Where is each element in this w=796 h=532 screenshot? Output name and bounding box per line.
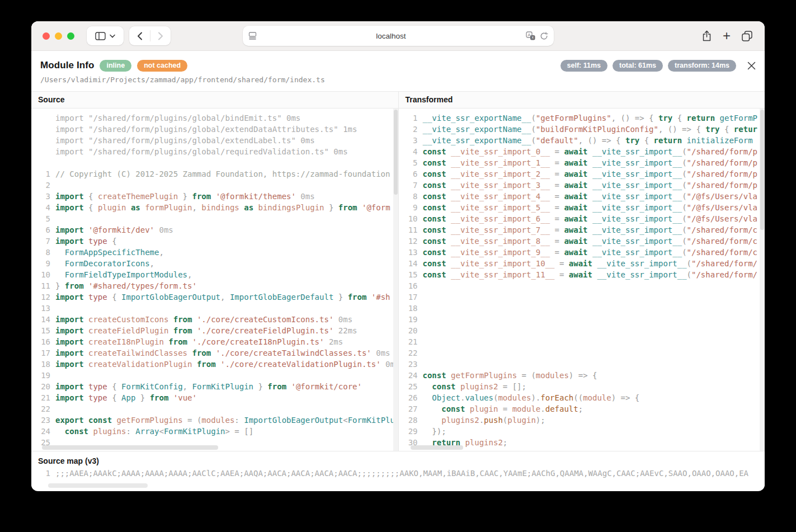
code-line: import "/shared/form/plugins/global/exte… [31, 124, 398, 135]
page-title: Module Info [40, 60, 94, 71]
code-line: 12const __vite_ssr_import_8__ = await __… [399, 236, 765, 247]
timing-badges: self: 11ms total: 61ms transform: 14ms [561, 60, 736, 72]
code-line: 4import { plugin as formPlugin, bindings… [31, 202, 398, 213]
window-close-button[interactable] [43, 32, 50, 40]
source-vertical-scroll-thumb[interactable] [394, 110, 398, 195]
code-line: 10const __vite_ssr_import_6__ = await __… [399, 213, 765, 224]
code-line: 9 FormDecoratorIcons, [31, 258, 398, 269]
transformed-vertical-scrollbar[interactable] [760, 109, 765, 451]
window-minimize-button[interactable] [55, 32, 62, 40]
code-line: 17import createTailwindClasses from './c… [31, 347, 398, 359]
code-line: 5 [31, 213, 398, 224]
code-line: 8 FormAppSpecificTheme, [31, 247, 398, 258]
source-vertical-scrollbar[interactable] [393, 109, 398, 451]
code-line [31, 157, 398, 168]
chevron-left-icon [137, 32, 143, 40]
code-line: 21 [399, 336, 765, 347]
code-line: 20import type { FormKitConfig, FormKitPl… [31, 381, 398, 392]
code-line: 14const __vite_ssr_import_10__ = await _… [399, 258, 765, 269]
tab-overview-button[interactable] [742, 31, 752, 41]
svg-text:x: x [531, 35, 534, 39]
nav-buttons [129, 26, 171, 45]
code-line: 14import createCustomIcons from './core/… [31, 314, 398, 325]
share-button[interactable] [702, 30, 712, 41]
code-line: 24const getFormPlugins = (modules) => { [399, 370, 765, 381]
code-line: 1__vite_ssr_exportName__("getFormPlugins… [399, 112, 765, 124]
url-text[interactable]: localhost [257, 32, 526, 40]
reader-icon[interactable] [248, 32, 257, 40]
module-file-path: /Users/vladimir/Projects/zammad/app/fron… [40, 76, 756, 91]
transform-time-badge: transform: 14ms [668, 60, 736, 72]
code-line: 6const __vite_ssr_import_2__ = await __v… [399, 168, 765, 180]
code-line: 3__vite_ssr_exportName__("default", () =… [399, 135, 765, 146]
sourcemap-horizontal-scroll-thumb[interactable] [48, 483, 148, 488]
code-line: 29 }); [399, 426, 765, 437]
sourcemap-title: Source map (v3) [31, 451, 765, 468]
code-line: import "/shared/form/plugins/global/exte… [31, 135, 398, 146]
inline-badge: inline [100, 60, 131, 72]
code-line: 19 [31, 370, 398, 381]
code-line: 16 [399, 280, 765, 291]
sourcemap-section: Source map (v3) 1 ;;;AAEA;AAAkC;AAAA;AAA… [31, 451, 765, 489]
code-line: 6import '@formkit/dev' 0ms [31, 224, 398, 236]
code-line: 2__vite_ssr_exportName__("buildFormKitPl… [399, 124, 765, 135]
code-line: 3import { createThemePlugin } from '@for… [31, 191, 398, 202]
back-button[interactable] [130, 26, 150, 45]
reload-icon[interactable] [540, 32, 548, 40]
chevron-right-icon [158, 32, 163, 40]
code-line: 23 [399, 359, 765, 370]
new-tab-button[interactable]: + [723, 29, 731, 43]
transformed-horizontal-scroll-thumb[interactable] [411, 445, 463, 450]
code-line: 13 [31, 303, 398, 314]
address-bar[interactable]: localhost A x [243, 26, 554, 46]
code-line: 25 const plugins2 = []; [399, 381, 765, 392]
transformed-vertical-scroll-thumb[interactable] [760, 110, 764, 230]
tabs-icon [742, 31, 752, 41]
code-line: 7const __vite_ssr_import_3__ = await __v… [399, 180, 765, 191]
code-line: 20 [399, 325, 765, 336]
code-line: 18 [399, 303, 765, 314]
source-pane-title: Source [31, 91, 398, 109]
transformed-code-view: 1__vite_ssr_exportName__("getFormPlugins… [399, 109, 765, 451]
traffic-lights [43, 32, 74, 40]
code-line: import "/shared/form/plugins/global/bind… [31, 112, 398, 124]
translate-icon[interactable]: A x [526, 31, 535, 40]
code-line: 9const __vite_ssr_import_5__ = await __v… [399, 202, 765, 213]
code-line: 15const __vite_ssr_import_11__ = await _… [399, 269, 765, 280]
code-line: 7import type { [31, 236, 398, 247]
code-line: 22 [31, 403, 398, 415]
close-icon [747, 62, 756, 70]
forward-button[interactable] [150, 26, 171, 45]
code-line: 5const __vite_ssr_import_1__ = await __v… [399, 157, 765, 168]
code-line: 2 [31, 180, 398, 191]
code-line: 4const __vite_ssr_import_0__ = await __v… [399, 146, 765, 157]
code-line: 11const __vite_ssr_import_7__ = await __… [399, 224, 765, 236]
transformed-pane: Transformed 1__vite_ssr_exportName__("ge… [398, 91, 765, 451]
sidebar-icon [95, 32, 106, 40]
sidebar-toggle-button[interactable] [87, 26, 124, 45]
browser-window: localhost A x [31, 21, 765, 491]
source-code-view: import "/shared/form/plugins/global/bind… [31, 109, 398, 451]
code-line: 18import createValidationPlugin from './… [31, 359, 398, 370]
transformed-pane-title: Transformed [399, 91, 765, 109]
code-line: 22 [399, 347, 765, 359]
close-panel-button[interactable] [747, 62, 756, 70]
source-horizontal-scroll-thumb[interactable] [42, 445, 218, 450]
code-line: 1// Copyright (C) 2012-2025 Zammad Found… [31, 168, 398, 180]
sourcemap-line: 1 ;;;AAEA;AAAkC;AAAA;AAAA;AAAA;AAClC;AAE… [31, 468, 765, 479]
code-line: 12import type { ImportGlobEagerOutput, I… [31, 291, 398, 303]
module-info-header: Module Info inline not cached self: 11ms… [31, 51, 765, 91]
source-pane: Source import "/shared/form/plugins/glob… [31, 91, 398, 451]
code-line: 24 const plugins: Array<FormKitPlugin> =… [31, 426, 398, 437]
chevron-down-icon [110, 34, 115, 38]
code-line: 13const __vite_ssr_import_9__ = await __… [399, 247, 765, 258]
code-line: 16import createI18nPlugin from './core/c… [31, 336, 398, 347]
self-time-badge: self: 11ms [561, 60, 607, 72]
code-line: 19 [399, 314, 765, 325]
window-zoom-button[interactable] [67, 32, 74, 40]
code-line: 23export const getFormPlugins = (modules… [31, 415, 398, 426]
code-line: 8const __vite_ssr_import_4__ = await __v… [399, 191, 765, 202]
total-time-badge: total: 61ms [613, 60, 663, 72]
sourcemap-line-number: 1 [31, 468, 55, 479]
code-line: 21import type { App } from 'vue' [31, 392, 398, 403]
